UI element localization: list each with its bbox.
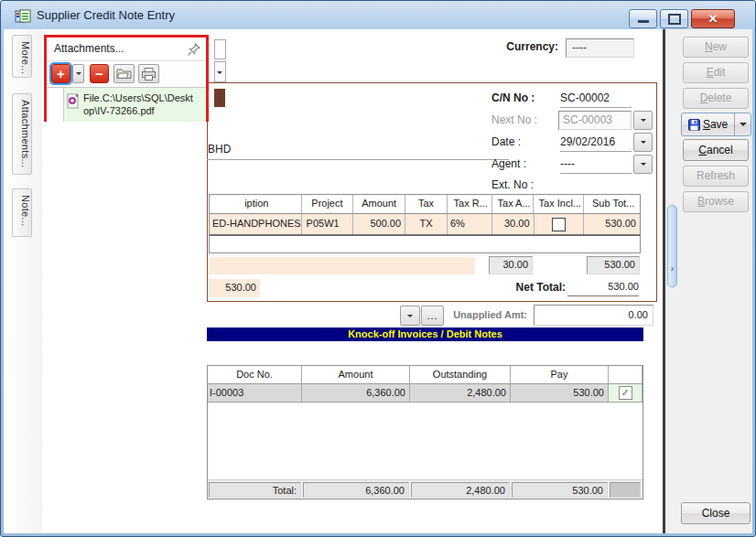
attachment-file-path: File.C:\Users\SQL\Deskt op\IV-73266.pdf (83, 91, 204, 117)
currency-field: ---- (566, 38, 634, 58)
dropdown-arrow-icon (641, 141, 646, 144)
close-button[interactable]: Close (681, 502, 751, 524)
minimize-icon (638, 20, 649, 23)
save-dropdown-button[interactable] (734, 113, 751, 135)
net-total-value: 530.00 (567, 281, 639, 292)
dropdown-arrow-icon (740, 123, 747, 126)
supplier-name-fragment: BHD (208, 143, 231, 156)
hidden-field-fragment (214, 39, 226, 59)
date-underline (560, 151, 632, 152)
knockoff-outstanding-cell[interactable]: 2,480.00 (410, 384, 511, 402)
delete-button: Delete (683, 88, 749, 109)
item-description-cell[interactable]: ED-HANDPHONES (210, 214, 302, 234)
knockoff-dropdown-button[interactable] (400, 306, 420, 326)
items-grid: iption Project Amount Tax Tax R... Tax A… (209, 194, 641, 253)
date-dropdown-button[interactable] (633, 133, 653, 152)
unapplied-amt-label: Unapplied Amt: (437, 309, 527, 320)
cancel-button[interactable]: Cancel (683, 139, 749, 161)
close-window-button[interactable]: ✕ (691, 9, 735, 28)
items-grid-header: iption Project Amount Tax Tax R... Tax A… (210, 195, 640, 214)
cn-no-field[interactable]: SC-00002 (560, 91, 632, 104)
ext-no-label: Ext. No : (491, 178, 534, 191)
item-tax-rate-cell[interactable]: 6% (448, 214, 492, 234)
knockoff-total-pay: 530.00 (512, 482, 608, 498)
agent-dropdown-button[interactable] (633, 155, 653, 174)
item-tax-amount-cell[interactable]: 30.00 (492, 214, 535, 234)
maximize-icon (668, 14, 681, 25)
knockoff-total-filler (610, 482, 641, 498)
next-no-label: Next No : (491, 113, 537, 126)
col-knockoff-check (609, 366, 643, 383)
floppy-disk-icon (688, 119, 700, 131)
tax-inclusive-checkbox[interactable] (552, 218, 566, 231)
window-title: Supplier Credit Note Entry (37, 8, 175, 22)
knockoff-pay-cell[interactable]: 530.00 (511, 384, 609, 402)
agent-field[interactable]: ---- (560, 157, 632, 170)
attachment-list-item[interactable]: File.C:\Users\SQL\Deskt op\IV-73266.pdf (64, 88, 206, 122)
app-icon (15, 7, 31, 24)
open-attachment-button[interactable] (113, 64, 135, 83)
add-attachment-button[interactable]: + (51, 64, 70, 83)
attachments-popup: Attachments... + − File.C:\Users\SQL\Des… (44, 35, 209, 122)
knockoff-grid-header: Doc No. Amount Outstanding Pay (208, 366, 643, 384)
knockoff-amount-cell[interactable]: 6,360.00 (302, 384, 410, 402)
dropdown-arrow-icon (641, 163, 646, 166)
edit-button: Edit (683, 62, 749, 83)
dropdown-arrow-icon (217, 71, 222, 74)
date-label: Date : (491, 135, 521, 148)
export-attachment-button[interactable] (138, 64, 159, 83)
net-total-underline (567, 295, 639, 296)
next-no-dropdown-button[interactable] (633, 111, 653, 130)
agent-label: Agent : (491, 157, 526, 170)
item-project-cell[interactable]: P05W1 (302, 214, 354, 234)
currency-label: Currency: (462, 40, 558, 53)
splitter-thumb[interactable]: › (667, 205, 677, 287)
add-attachment-dropdown-button[interactable] (72, 64, 84, 83)
tab-note[interactable]: Note... (12, 188, 32, 237)
splitter-arrow-icon: › (671, 264, 674, 274)
knockoff-total-row: Total: 6,360.00 2,480.00 530.00 (208, 479, 643, 499)
tab-more[interactable]: More... (12, 35, 32, 78)
tab-attachments[interactable]: Attachments... (12, 93, 32, 175)
maximize-button[interactable] (660, 9, 688, 28)
browse-button: Browse (683, 191, 749, 212)
cn-no-underline (560, 107, 632, 108)
cn-no-label: C/N No : (491, 91, 535, 104)
next-no-field: SC-00003 (558, 111, 632, 130)
summary-strip (210, 257, 475, 274)
pin-icon[interactable] (186, 41, 204, 58)
knockoff-total-outstanding: 2,480.00 (411, 482, 510, 498)
knockoff-row[interactable]: I-00003 6,360.00 2,480.00 530.00 ✓ (208, 384, 643, 403)
item-tax-inclusive-cell (535, 214, 585, 234)
remove-attachment-button[interactable]: − (90, 64, 109, 83)
date-field[interactable]: 29/02/2016 (560, 135, 632, 148)
attachment-row-gutter (47, 88, 64, 122)
item-amount-cell[interactable]: 500.00 (353, 214, 405, 234)
minimize-button[interactable] (629, 9, 657, 28)
unapplied-amt-field[interactable]: 0.00 (534, 305, 653, 326)
knockoff-doc-no-cell[interactable]: I-00003 (208, 384, 302, 402)
save-button[interactable]: Save (682, 113, 734, 135)
item-sub-total-cell[interactable]: 530.00 (584, 214, 640, 234)
footer-total-amount: 530.00 (209, 279, 260, 297)
col-knockoff-amount: Amount (302, 366, 410, 383)
item-tax-cell[interactable]: TX (405, 214, 448, 234)
supplier-field-underline[interactable] (207, 159, 509, 160)
knockoff-total-amount: 6,360.00 (303, 482, 409, 498)
knockoff-pay-checkbox[interactable]: ✓ (619, 386, 632, 400)
col-pay: Pay (511, 366, 609, 383)
summary-sub-total: 530.00 (587, 256, 640, 274)
col-amount: Amount (353, 195, 405, 213)
close-icon: ✕ (708, 13, 718, 25)
save-split-button: Save (681, 113, 751, 136)
col-tax-inclusive: Tax Incl... (534, 195, 584, 213)
dropdown-arrow-icon (407, 315, 413, 317)
col-tax: Tax (405, 195, 448, 213)
item-row[interactable]: ED-HANDPHONES P05W1 500.00 TX 6% 30.00 5… (210, 214, 640, 236)
agent-underline (560, 173, 632, 174)
col-outstanding: Outstanding (410, 366, 511, 383)
summary-tax-amount: 30.00 (489, 256, 533, 274)
knockoff-check-cell: ✓ (609, 384, 643, 402)
col-tax-amount: Tax A... (492, 195, 535, 213)
col-project: Project (302, 195, 354, 213)
